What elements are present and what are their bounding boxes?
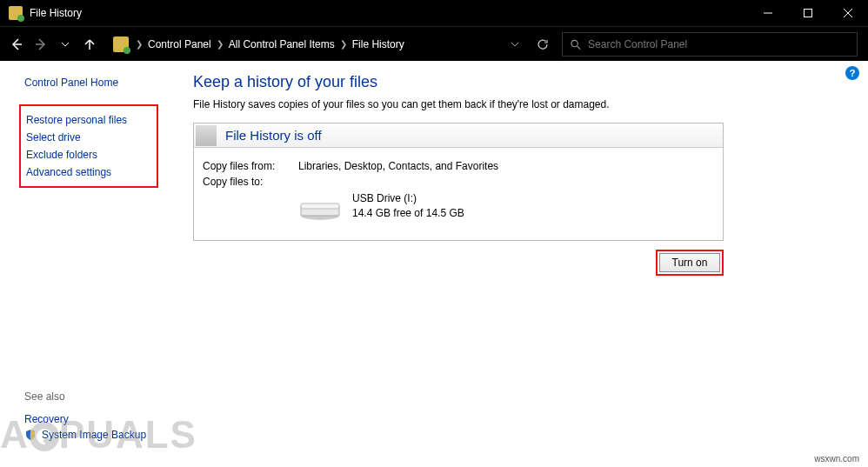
maximize-button[interactable] xyxy=(788,0,828,26)
back-button[interactable] xyxy=(5,33,28,56)
turn-on-wrap: Turn on xyxy=(193,250,724,276)
copy-to-label: Copy files to: xyxy=(203,176,298,188)
sidebar-link-exclude[interactable]: Exclude folders xyxy=(23,146,151,163)
turn-on-highlight: Turn on xyxy=(656,250,724,276)
see-also-system-image[interactable]: System Image Backup xyxy=(24,427,146,443)
status-box: File History is off Copy files from: Lib… xyxy=(193,123,724,241)
chevron-right-icon: ❯ xyxy=(136,39,143,49)
see-also-heading: See also xyxy=(24,390,146,403)
sidebar-links-group: Restore personal files Select drive Excl… xyxy=(19,104,158,188)
see-also-recovery[interactable]: Recovery xyxy=(24,411,146,427)
copy-from-label: Copy files from: xyxy=(203,160,298,172)
refresh-button[interactable] xyxy=(531,32,555,57)
breadcrumb[interactable]: ❯ Control Panel ❯ All Control Panel Item… xyxy=(136,32,504,57)
control-panel-home-link[interactable]: Control Panel Home xyxy=(24,77,162,89)
see-also-label: Recovery xyxy=(24,413,69,425)
chevron-right-icon: ❯ xyxy=(217,39,224,49)
sidebar-link-select-drive[interactable]: Select drive xyxy=(23,129,151,146)
file-history-icon xyxy=(9,6,23,20)
see-also: See also Recovery System Image Backup xyxy=(24,390,146,443)
page-heading: Keep a history of your files xyxy=(193,73,833,91)
status-icon xyxy=(196,125,217,146)
status-title: File History is off xyxy=(225,128,322,143)
see-also-label: System Image Backup xyxy=(42,429,146,441)
turn-on-button[interactable]: Turn on xyxy=(659,253,720,272)
sidebar: Control Panel Home Restore personal file… xyxy=(0,61,174,467)
footer-attribution: wsxwn.com xyxy=(814,454,859,464)
window-title: File History xyxy=(30,7,748,19)
shield-icon xyxy=(24,429,37,441)
content: ? Control Panel Home Restore personal fi… xyxy=(0,61,868,467)
titlebar: File History xyxy=(0,0,868,26)
search-input[interactable] xyxy=(588,38,850,50)
sidebar-link-advanced[interactable]: Advanced settings xyxy=(23,163,151,181)
drive-row: USB Drive (I:) 14.4 GB free of 14.5 GB xyxy=(203,191,714,221)
copy-from-value: Libraries, Desktop, Contacts, and Favori… xyxy=(298,160,714,172)
crumb-control-panel[interactable]: Control Panel xyxy=(143,38,217,50)
drive-name: USB Drive (I:) xyxy=(352,191,464,206)
search-box[interactable] xyxy=(562,32,858,57)
drive-space: 14.4 GB free of 14.5 GB xyxy=(352,206,464,221)
forward-button[interactable] xyxy=(30,33,52,56)
svg-rect-1 xyxy=(805,10,812,17)
crumb-file-history[interactable]: File History xyxy=(347,38,410,50)
status-body: Copy files from: Libraries, Desktop, Con… xyxy=(194,148,723,240)
search-icon xyxy=(570,38,581,50)
minimize-button[interactable] xyxy=(748,0,788,26)
sidebar-link-restore[interactable]: Restore personal files xyxy=(23,111,151,129)
address-dropdown[interactable] xyxy=(506,41,524,48)
crumb-all-items[interactable]: All Control Panel Items xyxy=(224,38,340,50)
close-button[interactable] xyxy=(828,0,868,26)
status-header: File History is off xyxy=(194,123,723,148)
page-subtext: File History saves copies of your files … xyxy=(193,98,833,110)
svg-line-7 xyxy=(577,45,580,49)
window-controls xyxy=(748,0,868,26)
svg-rect-10 xyxy=(301,203,339,209)
svg-point-6 xyxy=(571,40,578,46)
address-icon xyxy=(113,37,129,52)
navbar: ❯ Control Panel ❯ All Control Panel Item… xyxy=(0,26,868,61)
drive-icon xyxy=(298,197,342,221)
chevron-right-icon: ❯ xyxy=(340,39,347,49)
up-button[interactable] xyxy=(78,33,101,56)
main: Keep a history of your files File Histor… xyxy=(174,61,868,467)
recent-dropdown[interactable] xyxy=(54,33,77,56)
